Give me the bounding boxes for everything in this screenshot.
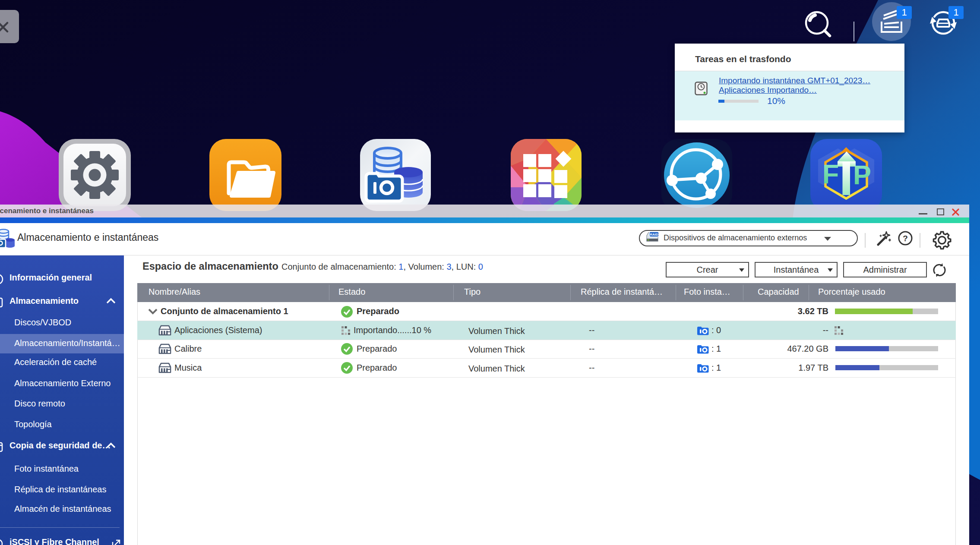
svg-text:P: P bbox=[853, 160, 871, 190]
svg-text:RAID: RAID bbox=[650, 233, 658, 236]
svg-text:?: ? bbox=[903, 234, 908, 243]
svg-text:F: F bbox=[822, 159, 839, 189]
